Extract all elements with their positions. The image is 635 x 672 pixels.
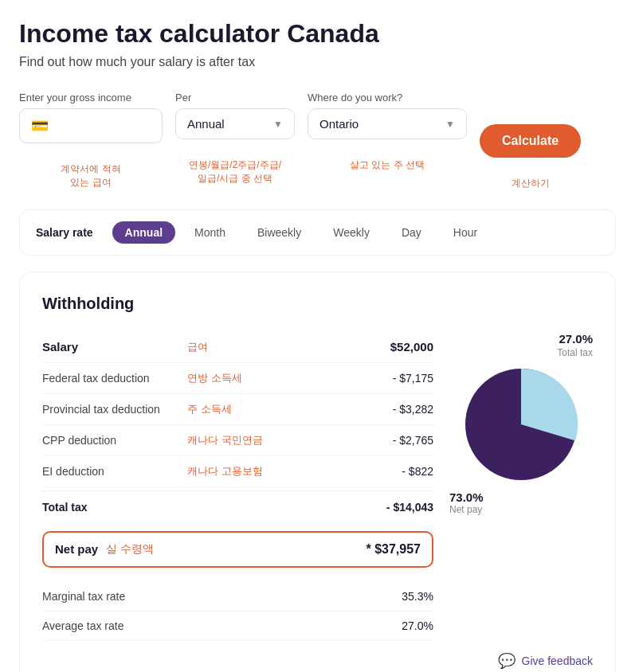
chart-area: 27.0% Total tax 73.0% Net pay xyxy=(449,332,593,641)
per-select-group: Per Annual ▼ 연봉/월급/2주급/주급/일급/시급 중 선택 xyxy=(175,92,295,186)
total-tax-row: Total tax - $14,043 xyxy=(42,490,433,523)
province-annotation-text: 살고 있는 주 선택 xyxy=(350,158,425,172)
salary-label: Salary xyxy=(42,340,178,354)
per-annotation-text: 연봉/월급/2주급/주급/일급/시급 중 선택 xyxy=(189,158,281,186)
income-input[interactable]: 52000 xyxy=(57,119,136,133)
table-row: Salary 급여 $52,000 xyxy=(42,332,433,363)
chevron-down-icon2: ▼ xyxy=(445,119,455,130)
per-select-value: Annual xyxy=(187,117,225,131)
federal-tax-value: - $7,175 xyxy=(393,372,433,385)
province-annotation: 살고 있는 주 선택 xyxy=(308,158,467,172)
feedback-button[interactable]: Give feedback xyxy=(522,654,594,667)
money-icon: 💳 xyxy=(31,117,49,135)
total-tax-value: - $14,043 xyxy=(386,501,433,514)
rate-annual-button[interactable]: Annual xyxy=(112,221,175,244)
rate-biweekly-button[interactable]: Biweekly xyxy=(245,221,314,244)
pie-chart xyxy=(461,365,581,484)
federal-tax-annotation: 연방 소득세 xyxy=(187,371,242,385)
per-select[interactable]: Annual ▼ xyxy=(175,108,295,139)
rate-month-button[interactable]: Month xyxy=(182,221,238,244)
province-select-value: Ontario xyxy=(319,117,359,131)
feedback-row: 💬 Give feedback xyxy=(42,641,593,672)
calculate-group: . Calculate 계산하기 xyxy=(480,92,581,190)
ei-value: - $822 xyxy=(402,465,433,478)
salary-rate-bar: Salary rate Annual Month Biweekly Weekly… xyxy=(19,209,616,256)
page-title: Income tax calculator Canada xyxy=(19,19,616,49)
net-pay-annotation: 실 수령액 xyxy=(106,542,154,557)
input-row: Enter your gross income 💳 52000 계약서에 적혀있… xyxy=(19,92,616,190)
income-input-group: Enter your gross income 💳 52000 계약서에 적혀있… xyxy=(19,92,163,189)
tax-chart-label: Total tax xyxy=(557,347,593,358)
provincial-tax-value: - $3,282 xyxy=(393,403,433,416)
net-chart-label: Net pay xyxy=(449,504,482,515)
average-tax-value: 27.0% xyxy=(402,619,433,632)
income-field[interactable]: 💳 52000 xyxy=(19,108,163,143)
average-tax-rate-row: Average tax rate 27.0% xyxy=(42,611,433,641)
net-pay-row: Net pay 실 수령액 * $37,957 xyxy=(42,531,433,568)
federal-tax-label: Federal tax deduction xyxy=(42,372,178,385)
cpp-label: CPP deduction xyxy=(42,434,178,447)
average-tax-label: Average tax rate xyxy=(42,619,123,632)
rate-weekly-button[interactable]: Weekly xyxy=(320,221,382,244)
cpp-value: - $2,765 xyxy=(393,434,433,447)
withholding-card: Withholding Salary 급여 $52,000 Federal ta… xyxy=(19,272,616,672)
table-row: Federal tax deduction 연방 소득세 - $7,175 xyxy=(42,363,433,394)
income-label: Enter your gross income xyxy=(19,92,163,104)
calc-annotation-text: 계산하기 xyxy=(512,177,550,190)
table-row: EI deduction 캐나다 고용보험 - $822 xyxy=(42,456,433,487)
net-pay-value: * $37,957 xyxy=(366,542,421,557)
table-row: CPP deduction 캐나다 국민연금 - $2,765 xyxy=(42,425,433,456)
cpp-annotation: 캐나다 국민연금 xyxy=(187,433,263,447)
calculate-button[interactable]: Calculate xyxy=(480,124,581,158)
total-tax-label: Total tax xyxy=(42,501,88,514)
per-label: Per xyxy=(175,92,295,104)
marginal-tax-rate-row: Marginal tax rate 35.3% xyxy=(42,582,433,611)
rate-day-button[interactable]: Day xyxy=(389,221,434,244)
marginal-tax-value: 35.3% xyxy=(402,590,433,603)
withholding-title: Withholding xyxy=(42,295,593,313)
rate-hour-button[interactable]: Hour xyxy=(441,221,490,244)
withholding-content: Salary 급여 $52,000 Federal tax deduction … xyxy=(42,332,593,641)
salary-rate-label: Salary rate xyxy=(36,226,93,239)
withholding-table: Salary 급여 $52,000 Federal tax deduction … xyxy=(42,332,433,641)
provincial-tax-label: Provincial tax deduction xyxy=(42,403,178,416)
salary-value: $52,000 xyxy=(390,340,433,354)
chevron-down-icon: ▼ xyxy=(273,119,283,130)
province-label: Where do you work? xyxy=(308,92,467,104)
province-select-group: Where do you work? Ontario ▼ 살고 있는 주 선택 xyxy=(308,92,467,172)
calc-annotation: 계산하기 xyxy=(480,177,581,190)
page-subtitle: Find out how much your salary is after t… xyxy=(19,55,616,69)
net-pay-label: Net pay xyxy=(55,542,98,556)
ei-annotation: 캐나다 고용보험 xyxy=(187,464,263,479)
income-annotation-text: 계약서에 적혀있는 급여 xyxy=(61,162,120,189)
net-percent-label: 73.0% xyxy=(449,490,484,504)
income-annotation: 계약서에 적혀있는 급여 xyxy=(19,162,163,189)
marginal-tax-label: Marginal tax rate xyxy=(42,590,125,603)
tax-percent-label: 27.0% xyxy=(559,332,593,346)
per-annotation: 연봉/월급/2주급/주급/일급/시급 중 선택 xyxy=(175,158,295,186)
feedback-icon: 💬 xyxy=(498,652,515,670)
salary-annotation: 급여 xyxy=(187,340,208,354)
province-select[interactable]: Ontario ▼ xyxy=(308,108,467,139)
table-row: Provincial tax deduction 주 소득세 - $3,282 xyxy=(42,394,433,425)
provincial-tax-annotation: 주 소득세 xyxy=(187,402,232,416)
ei-label: EI deduction xyxy=(42,465,178,478)
